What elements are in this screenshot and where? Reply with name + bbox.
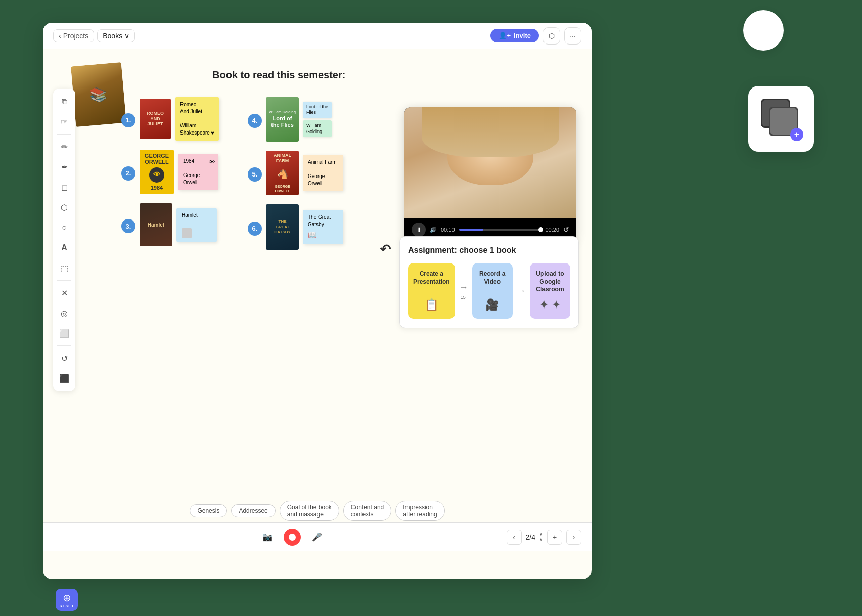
tool-eraser[interactable]: ◻ (55, 178, 73, 196)
next-page-button[interactable]: › (566, 530, 581, 545)
fill-icon: ⬡ (61, 203, 68, 212)
assignment-step-2: Record aVideo 🎥 (472, 263, 513, 319)
current-time: 00:10 (441, 227, 455, 233)
shapes-icon: ○ (62, 223, 67, 232)
book-number-3: 3. (121, 219, 135, 233)
step-1-icon: 📋 (425, 298, 438, 312)
add-page-button[interactable]: + (547, 530, 562, 545)
tab-impression[interactable]: Impressionafter reading (395, 501, 444, 521)
current-title-label: Books (103, 32, 122, 40)
book-sticky-1: RomeoAnd JulietWilliamShakespeare ♥ (175, 97, 219, 141)
book-cover-1: ROMEOANDJULIET (140, 99, 171, 139)
tool-undo[interactable]: ↺ (55, 349, 73, 367)
cursor-icon: ☞ (61, 117, 68, 127)
eraser-icon: ◻ (61, 183, 68, 192)
tool-select[interactable]: ⬚ (55, 259, 73, 277)
pencil-icon: ✏ (61, 142, 68, 152)
tool-fill[interactable]: ⬡ (55, 198, 73, 216)
tool-pencil[interactable]: ✏ (55, 138, 73, 156)
video-person-visual (404, 107, 576, 218)
book-sticky-4b: WilliamGolding (303, 120, 332, 137)
book-number-2: 2. (121, 166, 135, 181)
tool-target[interactable]: ◎ (55, 304, 73, 322)
tool-close[interactable]: ✕ (55, 284, 73, 302)
book-number-5: 5. (248, 167, 262, 182)
book-number-1: 1. (121, 113, 135, 127)
replay-button[interactable]: ↺ (563, 226, 569, 234)
book-cover-3: Hamlet (140, 203, 172, 246)
caret-up-button[interactable]: ∧ (539, 532, 543, 537)
tab-addressee[interactable]: Addressee (231, 504, 275, 517)
top-bar: ‹ Projects Books ∨ 👤+ Invite ⬡ ··· (43, 23, 592, 49)
decorative-book-image: 📚 (71, 62, 126, 127)
undo-icon: ↺ (61, 354, 68, 363)
tool-present[interactable]: ⬛ (55, 369, 73, 387)
page-indicator: 2/4 (526, 533, 535, 541)
book-sticky-4a: Lord of theFlies (303, 102, 332, 118)
section-title: Book to read this semester: (212, 69, 345, 81)
reset-label: RESET (59, 604, 74, 608)
progress-bar[interactable] (459, 229, 541, 231)
camera-button[interactable]: 📷 (258, 528, 277, 546)
more-options-button[interactable]: ··· (564, 27, 581, 45)
book-row-2: 2. GEORGEORWELL 👁 1984 1984GeorgeOrwell … (121, 150, 219, 194)
add-card-floating-button[interactable]: + (748, 86, 814, 152)
books-right-column: 4. William Golding Lord ofthe Flies Lord… (248, 97, 343, 257)
step-3-label: Upload toGoogleClasroom (536, 270, 564, 294)
tab-content[interactable]: Content andcontexts (343, 501, 391, 521)
chevron-left-icon: ‹ (59, 32, 61, 40)
book-sticky-2: 1984GeorgeOrwell 👁 (178, 154, 218, 190)
tool-shapes[interactable]: ○ (55, 218, 73, 237)
bottom-tabs: Genesis Addressee Goal of the bookand ma… (43, 499, 592, 522)
frame-icon: ⬜ (59, 329, 69, 338)
present-icon: ⬛ (59, 374, 69, 383)
mic-icon: 🎤 (312, 532, 322, 542)
book-number-4: 4. (248, 114, 262, 128)
tool-text[interactable]: A (55, 239, 73, 257)
step-3-icon: ✦ ✦ (539, 298, 561, 312)
tool-frame[interactable]: ⬜ (55, 324, 73, 342)
share-button[interactable]: ⬡ (543, 27, 560, 45)
share-icon: ⬡ (549, 32, 555, 40)
caret-down-button[interactable]: ∨ (539, 537, 543, 542)
book-cover-5: ANIMALFARM 🐴 GEORGE ORWELL (266, 151, 299, 195)
pause-icon: ⏸ (416, 226, 422, 233)
tool-copy[interactable]: ⧉ (55, 93, 73, 111)
breadcrumb-current[interactable]: Books ∨ (97, 29, 135, 42)
camera-icon: 📷 (262, 532, 273, 542)
tab-goal[interactable]: Goal of the bookand massage (280, 501, 339, 521)
dropdown-chevron-icon: ∨ (124, 32, 129, 40)
tool-cursor[interactable]: ☞ (55, 113, 73, 131)
invite-button[interactable]: 👤+ Invite (490, 29, 539, 42)
reset-button[interactable]: ⊕ RESET (56, 589, 78, 611)
close-icon: ✕ (61, 288, 68, 298)
book-cover-2: GEORGEORWELL 👁 1984 (140, 150, 174, 194)
text-icon: A (61, 243, 67, 252)
main-whiteboard-card: ‹ Projects Books ∨ 👤+ Invite ⬡ ··· 📚 (43, 23, 592, 579)
assignment-step-1: Create aPresentation 📋 (408, 263, 455, 319)
pause-button[interactable]: ⏸ (412, 223, 426, 237)
assignment-title: Assignment: choose 1 book (408, 246, 570, 255)
book-row-6: 6. THEGREATGATSBY The GreatGatsby 📖 (248, 204, 343, 250)
tab-genesis[interactable]: Genesis (190, 504, 227, 517)
record-dot (289, 534, 296, 541)
reset-zoom-icon: ⊕ (63, 592, 71, 604)
toolbar-divider-1 (57, 134, 71, 135)
mic-button[interactable]: 🎤 (308, 528, 326, 546)
book-row-3: 3. Hamlet Hamlet (121, 203, 219, 246)
record-button[interactable] (284, 529, 301, 546)
curved-arrow-decoration: ↷ (380, 242, 391, 257)
prev-page-button[interactable]: ‹ (507, 530, 522, 545)
total-time: 00:20 (545, 227, 559, 233)
book-stack-visual: 📚 (71, 62, 126, 127)
tool-marker[interactable]: ✒ (55, 158, 73, 176)
breadcrumb-back-button[interactable]: ‹ Projects (53, 29, 94, 42)
volume-icon[interactable]: 🔊 (430, 227, 437, 233)
toolbar-divider-3 (57, 345, 71, 346)
assignment-steps: Create aPresentation 📋 → 15' Record aVid… (408, 263, 570, 319)
step-1-label: Create aPresentation (413, 270, 450, 286)
select-icon: ⬚ (61, 263, 68, 273)
step-arrow-1: → 15' (459, 282, 468, 300)
plus-badge: + (790, 128, 803, 141)
book-cover-4: William Golding Lord ofthe Flies (266, 97, 299, 142)
